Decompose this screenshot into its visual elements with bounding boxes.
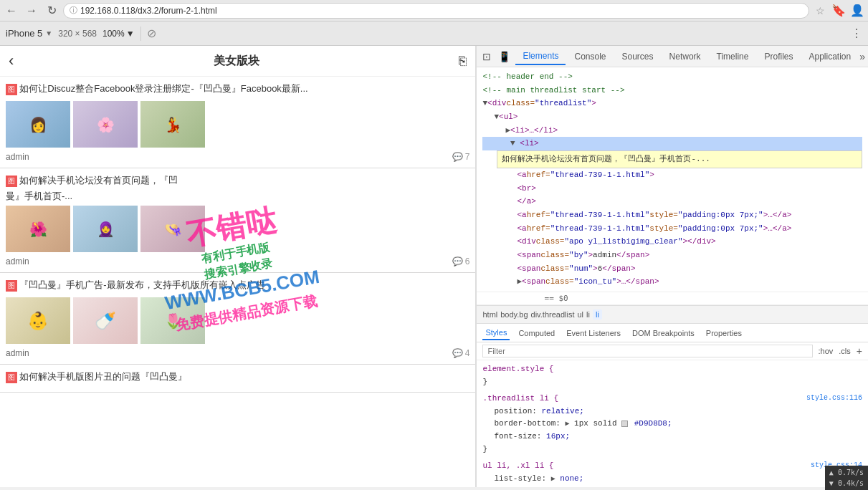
breadcrumb-ul[interactable]: ul xyxy=(578,310,584,319)
device-selector[interactable]: iPhone 5 ▼ xyxy=(6,28,52,39)
tab-elements[interactable]: Elements xyxy=(515,48,566,65)
style-selector: element.style { xyxy=(482,365,553,373)
html-val: "thread-739-1-1.html" xyxy=(550,168,650,182)
ext-button-1[interactable]: 🔖 xyxy=(831,3,846,19)
thread-item: 图 如何解决手机论坛没有首页问题，『凹曼』手机首页-... 🌺 🧕 👒 adm xyxy=(0,168,475,273)
style-prop: list-style: ▶ none; xyxy=(494,473,862,486)
img-label: 图 xyxy=(6,372,17,383)
thread-thumb: 👶 xyxy=(6,297,70,344)
dimensions-display: 320 × 568 xyxy=(58,29,97,39)
style-val: relative; xyxy=(541,407,583,415)
breadcrumb-threadlist[interactable]: div.threadlist xyxy=(531,310,575,319)
tree-toggle[interactable]: ▶ xyxy=(505,124,510,138)
html-tag: <a xyxy=(517,222,526,236)
filter-input[interactable] xyxy=(482,345,812,357)
tab-profiles[interactable]: Profiles xyxy=(757,49,800,64)
thread-thumb: 🌷 xyxy=(140,297,205,344)
device-mode-button[interactable]: 📱 xyxy=(497,49,511,64)
speed-indicator: ▲ 0.7k/s ▼ 0.4k/s xyxy=(825,466,868,490)
thread-thumb: 💃 xyxy=(140,101,205,148)
style-rule-ul-li: ul li, .xl li { style.css:14 list-style:… xyxy=(482,460,862,487)
forward-button[interactable]: → xyxy=(23,2,40,19)
styles-tab-computed[interactable]: Computed xyxy=(515,327,558,340)
add-style-button[interactable]: + xyxy=(857,345,862,357)
comment-icon: 💬 xyxy=(452,348,463,358)
style-source[interactable]: style.css:116 xyxy=(806,393,862,404)
html-comment: <!-- main threadlist start --> xyxy=(482,84,624,97)
devtools-panel: ⊡ 📱 Elements Console Sources Network Tim… xyxy=(476,46,868,487)
tree-toggle[interactable]: ▼ xyxy=(510,139,515,148)
comment-icon: 💬 xyxy=(452,256,463,266)
html-tag: <a xyxy=(517,168,526,182)
breadcrumb-html[interactable]: html xyxy=(482,310,497,319)
tab-network[interactable]: Network xyxy=(662,49,708,64)
address-field[interactable]: ⓘ 192.168.0.118/dx3.2/forum-2-1.html xyxy=(63,3,809,19)
img-label: 图 xyxy=(6,84,17,95)
cls-button[interactable]: .cls xyxy=(839,347,851,355)
html-tag: <br> xyxy=(517,182,535,196)
tree-toggle[interactable]: ▼ xyxy=(494,110,499,124)
star-button[interactable]: ☆ xyxy=(812,3,828,19)
tab-console[interactable]: Console xyxy=(567,49,613,64)
tab-application[interactable]: Application xyxy=(801,49,858,64)
color-swatch[interactable] xyxy=(621,421,628,427)
mobile-content: ‹ 美女版块 ⎘ 图 如何让Discuz整合Facebook登录注册绑定-『凹凸… xyxy=(0,46,475,487)
tree-toggle[interactable]: ▼ xyxy=(482,97,487,110)
zoom-selector[interactable]: 100% ▼ xyxy=(102,29,135,39)
more-options-button[interactable]: ⋮ xyxy=(851,27,862,40)
comment-icon: 💬 xyxy=(452,152,463,162)
html-tag: > xyxy=(649,168,654,182)
forum-edit-button[interactable]: ⎘ xyxy=(459,54,467,69)
styles-tab-properties[interactable]: Properties xyxy=(703,327,745,340)
address-bar-row: ← → ↻ ⓘ 192.168.0.118/dx3.2/forum-2-1.ht… xyxy=(0,0,868,21)
devtools-icons: ⊡ 📱 xyxy=(480,49,511,64)
no-throttle-icon[interactable]: ⊘ xyxy=(147,27,156,40)
styles-tab-dom-breakpoints[interactable]: DOM Breakpoints xyxy=(629,327,697,340)
hov-button[interactable]: :hov xyxy=(819,347,834,355)
filter-bar: :hov .cls + xyxy=(477,342,868,360)
thread-title: 如何解决手机论坛没有首页问题，『凹曼』手机首页-... xyxy=(6,175,178,201)
lock-icon: ⓘ xyxy=(70,5,77,16)
mobile-viewport: ‹ 美女版块 ⎘ 图 如何让Discuz整合Facebook登录注册绑定-『凹凸… xyxy=(0,46,476,487)
breadcrumb-li-2[interactable]: li xyxy=(593,309,602,320)
img-label: 图 xyxy=(6,176,17,187)
tree-line: <!-- main threadlist start --> xyxy=(482,84,862,97)
html-attr: href= xyxy=(527,168,550,182)
html-tag: </a> xyxy=(517,195,535,208)
thread-meta: admin 💬 7 xyxy=(6,152,469,162)
html-tag: <div xyxy=(487,97,506,110)
refresh-button[interactable]: ↻ xyxy=(43,2,60,19)
thread-thumb: 👩 xyxy=(6,101,70,148)
back-button[interactable]: ← xyxy=(3,2,20,19)
thread-thumb: 🧕 xyxy=(73,206,138,252)
breadcrumb-body[interactable]: body.bg xyxy=(500,310,528,319)
device-dropdown-arrow: ▼ xyxy=(45,29,52,37)
thread-item: 图 如何让Discuz整合Facebook登录注册绑定-『凹凸曼』Faceboo… xyxy=(0,77,475,168)
inspect-element-button[interactable]: ⊡ xyxy=(480,49,494,64)
thread-title: 如何解决手机版图片丑的问题『凹凸曼』 xyxy=(19,371,187,382)
thread-title: 如何让Discuz整合Facebook登录注册绑定-『凹凸曼』Facebook最… xyxy=(19,83,307,94)
style-brace: } xyxy=(482,486,487,487)
thread-meta: admin 💬 6 xyxy=(6,256,469,266)
device-name: iPhone 5 xyxy=(6,28,42,39)
tree-line-selected[interactable]: ▼ <li> xyxy=(482,137,862,150)
ext-button-2[interactable]: 👤 xyxy=(849,3,865,19)
tree-line: <a href="thread-739-1-1.html"> xyxy=(482,168,862,182)
breadcrumb-li-1[interactable]: li xyxy=(586,310,590,319)
tree-line: ▶ <span class="icon_tu">…</span> xyxy=(482,275,862,289)
style-prop: border-bottom: ▶ 1px solid #D9D8D8; xyxy=(494,418,862,431)
img-label: 图 xyxy=(6,280,17,292)
expand-arrow[interactable]: ▶ xyxy=(551,475,555,483)
thread-thumb: 🌺 xyxy=(6,206,70,252)
thread-title: 『凹凸曼』手机广告-最新发布，支持手机版所有嵌入点广告 xyxy=(19,279,264,290)
tab-sources[interactable]: Sources xyxy=(615,49,661,64)
devtools-more-button[interactable]: » xyxy=(859,51,865,62)
expand-arrow[interactable]: ▶ xyxy=(565,420,569,428)
styles-tab-event-listeners[interactable]: Event Listeners xyxy=(563,327,624,340)
styles-tab-styles[interactable]: Styles xyxy=(482,326,510,340)
style-brace: } xyxy=(482,378,487,386)
tab-timeline[interactable]: Timeline xyxy=(710,49,756,64)
html-tag: <a xyxy=(517,208,526,222)
forum-back-button[interactable]: ‹ xyxy=(9,52,14,70)
tree-line: <span class="num">6</span> xyxy=(482,262,862,276)
